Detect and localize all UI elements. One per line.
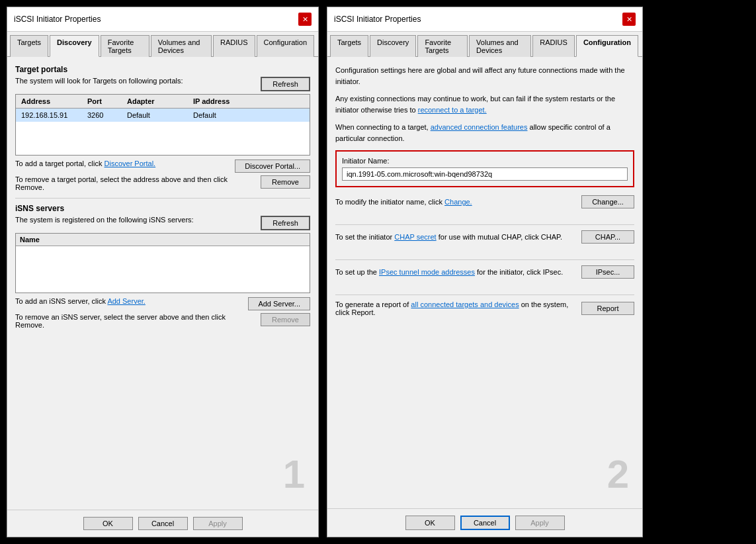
title-bar-2: iSCSI Initiator Properties ✕: [327, 7, 642, 32]
ipsec-row: To set up the IPsec tunnel mode addresse…: [335, 265, 634, 285]
change-text: To modify the initiator name, click Chan…: [335, 198, 581, 206]
tab-volumes-devices-2[interactable]: Volumes and Devices: [469, 35, 531, 57]
report-button[interactable]: Report: [581, 302, 634, 315]
refresh-button-portals[interactable]: Refresh: [261, 77, 310, 91]
isns-desc: The system is registered on the followin…: [15, 216, 261, 224]
tab-radius-2[interactable]: RADIUS: [532, 35, 575, 57]
portals-empty-space: [16, 122, 310, 155]
refresh-button-isns[interactable]: Refresh: [261, 216, 310, 230]
initiator-name-section: Initiator Name:: [335, 150, 634, 187]
ok-button-1[interactable]: OK: [83, 517, 133, 530]
isns-section: iSNS servers The system is registered on…: [15, 204, 310, 329]
change-row: To modify the initiator name, click Chan…: [335, 195, 634, 215]
title-bar-1: iSCSI Initiator Properties ✕: [7, 7, 318, 32]
row-address: 192.168.15.91: [19, 110, 85, 120]
apply-button-1[interactable]: Apply: [193, 517, 243, 530]
chap-text: To set the initiator CHAP secret for use…: [335, 233, 581, 241]
chap-row: To set the initiator CHAP secret for use…: [335, 230, 634, 250]
add-server-link[interactable]: Add Server.: [107, 297, 145, 305]
dialog-2-title: iSCSI Initiator Properties: [334, 15, 421, 24]
target-portals-desc: The system will look for Targets on foll…: [15, 77, 261, 85]
footer-1: OK Cancel Apply: [7, 510, 318, 537]
col-port: Port: [85, 96, 124, 107]
ok-button-2[interactable]: OK: [405, 516, 455, 530]
content-2: Configuration settings here are global a…: [327, 57, 642, 508]
apply-button-2[interactable]: Apply: [515, 516, 565, 530]
col-ip: IP address: [190, 96, 307, 107]
report-row: To generate a report of all connected ta…: [335, 300, 634, 323]
dialog-1-title: iSCSI Initiator Properties: [14, 15, 101, 24]
tab-configuration-2[interactable]: Configuration: [576, 35, 638, 57]
col-address: Address: [19, 96, 85, 107]
isns-heading: iSNS servers: [15, 204, 310, 213]
portals-table-header: Address Port Adapter IP address: [16, 95, 310, 109]
close-button-2[interactable]: ✕: [622, 13, 636, 26]
ipsec-button[interactable]: IPsec...: [581, 265, 634, 279]
row-port: 3260: [85, 110, 124, 120]
add-server-button[interactable]: Add Server...: [248, 297, 310, 310]
tab-radius-1[interactable]: RADIUS: [213, 35, 255, 57]
col-adapter: Adapter: [124, 96, 190, 107]
config-text-2: Any existing connections may continue to…: [335, 93, 634, 115]
row-adapter: Default: [124, 110, 190, 120]
tabs-2: Targets Discovery Favorite Targets Volum…: [327, 32, 642, 57]
tab-favorite-targets-2[interactable]: Favorite Targets: [417, 35, 468, 57]
table-row[interactable]: 192.168.15.91 3260 Default Default: [16, 109, 310, 122]
cancel-button-2[interactable]: Cancel: [460, 516, 510, 530]
tab-volumes-devices-1[interactable]: Volumes and Devices: [151, 35, 212, 57]
tab-targets-2[interactable]: Targets: [330, 35, 368, 57]
tabs-1: Targets Discovery Favorite Targets Volum…: [7, 32, 318, 57]
reconnect-link: reconnect to a target.: [418, 106, 487, 114]
cancel-button-1[interactable]: Cancel: [138, 517, 188, 530]
ipsec-text: To set up the IPsec tunnel mode addresse…: [335, 268, 581, 276]
target-portals-section: Target portals The system will look for …: [15, 65, 310, 191]
report-text: To generate a report of all connected ta…: [335, 300, 581, 316]
row-ip: Default: [190, 110, 307, 120]
discover-portal-button[interactable]: Discover Portal...: [235, 159, 310, 173]
initiator-input[interactable]: [342, 167, 628, 181]
portals-table: Address Port Adapter IP address 192.168.…: [15, 94, 310, 156]
config-text-3: When connecting to a target, advanced co…: [335, 122, 634, 144]
change-link: Change.: [444, 198, 472, 206]
tab-discovery-2[interactable]: Discovery: [370, 35, 416, 57]
isns-list-area: [16, 246, 310, 293]
add-server-text: To add an iSNS server, click Add Server.: [15, 297, 248, 305]
discover-text: To add a target portal, click Discover P…: [15, 159, 235, 167]
dialog-2: iSCSI Initiator Properties ✕ Targets Dis…: [327, 7, 643, 537]
footer-2: OK Cancel Apply: [327, 508, 642, 537]
tab-discovery-1[interactable]: Discovery: [50, 35, 99, 57]
target-portals-heading: Target portals: [15, 65, 310, 74]
advanced-link: advanced connection features: [431, 123, 528, 131]
content-1: Target portals The system will look for …: [7, 57, 318, 510]
isns-table: Name: [15, 233, 310, 293]
close-button-1[interactable]: ✕: [298, 13, 312, 26]
tab-favorite-targets-1[interactable]: Favorite Targets: [101, 35, 149, 57]
isns-col-name: Name: [16, 234, 310, 246]
dialog-1: iSCSI Initiator Properties ✕ Targets Dis…: [7, 7, 319, 537]
remove-portal-button[interactable]: Remove: [261, 175, 310, 189]
remove-server-button[interactable]: Remove: [261, 313, 310, 326]
remove-portal-text: To remove a target portal, select the ad…: [15, 175, 261, 191]
tab-configuration-1[interactable]: Configuration: [257, 35, 314, 57]
tab-targets-1[interactable]: Targets: [10, 35, 48, 57]
discover-link[interactable]: Discover Portal.: [105, 159, 156, 167]
remove-server-text: To remove an iSNS server, select the ser…: [15, 313, 261, 329]
config-text-1: Configuration settings here are global a…: [335, 65, 634, 87]
initiator-label: Initiator Name:: [342, 157, 628, 165]
change-button[interactable]: Change...: [581, 195, 634, 208]
chap-button[interactable]: CHAP...: [581, 230, 634, 244]
